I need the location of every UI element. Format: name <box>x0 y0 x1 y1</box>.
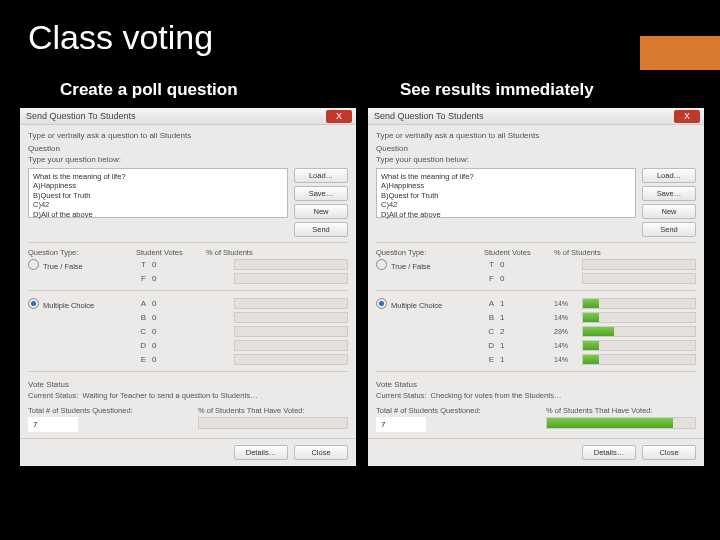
tf-bar <box>234 259 348 270</box>
mc-bar <box>582 326 696 337</box>
mc-bar <box>582 340 696 351</box>
tf-letter: F <box>136 274 146 283</box>
column-headers: Question Type:Student Votes% of Students <box>376 248 696 257</box>
mc-pct: 14% <box>554 356 578 363</box>
close-icon[interactable]: X <box>326 110 352 123</box>
window-title: Send Question To Students <box>26 111 135 121</box>
mc-letter: E <box>484 355 494 364</box>
details-button[interactable]: Details… <box>234 445 288 460</box>
mc-letter: C <box>484 327 494 336</box>
mc-bar <box>582 298 696 309</box>
mc-bar <box>234 340 348 351</box>
mc-row: B0 <box>28 310 348 324</box>
voted-pct-label: % of Students That Have Voted: <box>198 406 348 415</box>
mc-bar <box>582 312 696 323</box>
tf-bar <box>582 273 696 284</box>
mc-bar <box>234 312 348 323</box>
total-label: Total # of Students Questioned: <box>28 406 178 415</box>
mc-bar <box>234 298 348 309</box>
mc-row: Multiple Choice A1 14% <box>376 296 696 310</box>
tf-vote-count: 0 <box>500 260 510 269</box>
mc-bar <box>234 354 348 365</box>
send-button[interactable]: Send <box>294 222 348 237</box>
new-button[interactable]: New <box>642 204 696 219</box>
vote-status-head: Vote Status <box>376 380 696 389</box>
current-status: Current Status: Checking for votes from … <box>376 391 696 400</box>
load-button[interactable]: Load… <box>294 168 348 183</box>
mc-pct: 14% <box>554 314 578 321</box>
voted-pct-bar <box>198 417 348 429</box>
close-button[interactable]: Close <box>294 445 348 460</box>
save-button[interactable]: Save… <box>294 186 348 201</box>
mc-row: E0 <box>28 352 348 366</box>
radio-multiple-choice[interactable] <box>28 298 39 309</box>
mc-row: C2 28% <box>376 324 696 338</box>
current-status: Current Status: Waiting for Teacher to s… <box>28 391 348 400</box>
mc-vote-count: 0 <box>152 299 162 308</box>
subhead-right: See results immediately <box>400 80 594 100</box>
mc-row: B1 14% <box>376 310 696 324</box>
dialog-left: Send Question To Students X Type or verb… <box>20 108 356 466</box>
load-button[interactable]: Load… <box>642 168 696 183</box>
radio-true-false[interactable] <box>376 259 387 270</box>
tf-letter: F <box>484 274 494 283</box>
mc-letter: D <box>136 341 146 350</box>
mc-vote-count: 0 <box>152 313 162 322</box>
vote-status-head: Vote Status <box>28 380 348 389</box>
true-false-label: True / False <box>391 262 431 271</box>
question-textarea[interactable]: What is the meaning of life?A)HappinessB… <box>28 168 288 218</box>
close-button[interactable]: Close <box>642 445 696 460</box>
mc-letter: A <box>484 299 494 308</box>
dialog-right: Send Question To Students X Type or verb… <box>368 108 704 466</box>
window-titlebar: Send Question To Students X <box>368 108 704 125</box>
mc-letter: B <box>484 313 494 322</box>
tf-letter: T <box>136 260 146 269</box>
radio-true-false[interactable] <box>28 259 39 270</box>
tf-vote-count: 0 <box>152 260 162 269</box>
column-headers: Question Type:Student Votes% of Students <box>28 248 348 257</box>
mc-vote-count: 1 <box>500 355 510 364</box>
radio-multiple-choice[interactable] <box>376 298 387 309</box>
mc-bar <box>582 354 696 365</box>
hint-text: Type or verbally ask a question to all S… <box>376 131 696 140</box>
tf-bar <box>234 273 348 284</box>
group-question: Question <box>376 144 696 153</box>
voted-pct-bar <box>546 417 696 429</box>
total-value: 7 <box>376 417 426 432</box>
true-false-label: True / False <box>43 262 83 271</box>
send-button[interactable]: Send <box>642 222 696 237</box>
details-button[interactable]: Details… <box>582 445 636 460</box>
subhead-left: Create a poll question <box>60 80 238 100</box>
mc-row: E1 14% <box>376 352 696 366</box>
window-title: Send Question To Students <box>374 111 483 121</box>
accent-bar <box>640 36 720 70</box>
tf-row: F0 <box>28 271 348 285</box>
mc-row: D1 14% <box>376 338 696 352</box>
group-question: Question <box>28 144 348 153</box>
mc-vote-count: 1 <box>500 341 510 350</box>
tf-vote-count: 0 <box>152 274 162 283</box>
type-label: Type your question below: <box>376 155 696 164</box>
mc-row: Multiple Choice A0 <box>28 296 348 310</box>
mc-pct: 14% <box>554 300 578 307</box>
question-textarea[interactable]: What is the meaning of life?A)HappinessB… <box>376 168 636 218</box>
mc-letter: B <box>136 313 146 322</box>
mc-letter: D <box>484 341 494 350</box>
save-button[interactable]: Save… <box>642 186 696 201</box>
multiple-choice-label: Multiple Choice <box>43 301 94 310</box>
mc-vote-count: 2 <box>500 327 510 336</box>
mc-pct: 14% <box>554 342 578 349</box>
total-label: Total # of Students Questioned: <box>376 406 526 415</box>
new-button[interactable]: New <box>294 204 348 219</box>
tf-bar <box>582 259 696 270</box>
mc-letter: A <box>136 299 146 308</box>
slide-title: Class voting <box>28 18 213 57</box>
mc-vote-count: 0 <box>152 341 162 350</box>
mc-row: D0 <box>28 338 348 352</box>
type-label: Type your question below: <box>28 155 348 164</box>
close-icon[interactable]: X <box>674 110 700 123</box>
tf-row: True / False T0 <box>28 257 348 271</box>
mc-vote-count: 1 <box>500 313 510 322</box>
multiple-choice-label: Multiple Choice <box>391 301 442 310</box>
mc-vote-count: 1 <box>500 299 510 308</box>
